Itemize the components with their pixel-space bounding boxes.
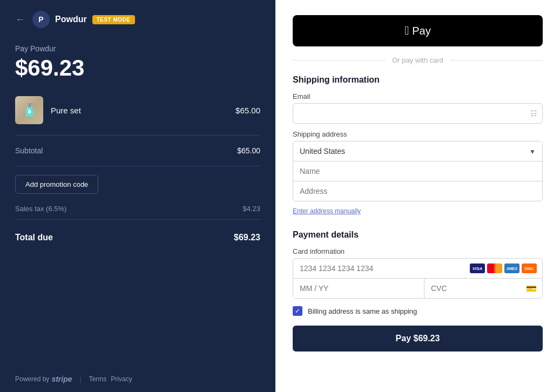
- total-row: Total due $69.23: [15, 224, 260, 247]
- back-arrow-icon[interactable]: ←: [15, 14, 25, 25]
- total-label: Total due: [15, 233, 53, 242]
- product-image: 🧴: [15, 96, 43, 124]
- add-promotion-code-button[interactable]: Add promotion code: [15, 175, 98, 194]
- price-display: $69.23: [15, 55, 260, 81]
- product-icon: 🧴: [22, 103, 37, 117]
- card-icons: VISA AMEX DISC: [470, 263, 537, 273]
- card-number-row: VISA AMEX DISC: [293, 259, 542, 279]
- billing-checkbox-row[interactable]: ✓ Billing address is same as shipping: [293, 306, 543, 316]
- left-footer: Powered by stripe | Terms Privacy: [0, 366, 275, 392]
- expiry-input[interactable]: [293, 279, 424, 298]
- apple-pay-button[interactable]:  Pay: [293, 15, 543, 46]
- cvc-wrapper: 💳: [424, 279, 542, 298]
- product-row: 🧴 Pure set $65.00: [15, 96, 260, 124]
- logo-circle: P: [32, 11, 50, 28]
- left-content: Pay Powdur $69.23 🧴 Pure set $65.00 Subt…: [0, 39, 275, 366]
- footer-divider: |: [80, 375, 82, 383]
- divider-3: [15, 219, 260, 220]
- country-select-wrapper: United States United Kingdom Canada ▼: [293, 141, 542, 161]
- left-header: ← P Powdur TEST MODE: [0, 0, 275, 39]
- email-label: Email: [293, 92, 543, 100]
- apple-pay-label: Pay: [412, 25, 430, 37]
- tax-label: Sales tax (6.5%): [15, 205, 66, 213]
- product-name: Pure set: [51, 106, 228, 115]
- or-divider: Or pay with card: [293, 56, 543, 64]
- product-image-inner: 🧴: [15, 96, 43, 124]
- country-select[interactable]: United States United Kingdom Canada: [293, 141, 542, 161]
- discover-icon: DISC: [522, 263, 537, 273]
- name-input[interactable]: [293, 161, 542, 181]
- brand-name: Powdur: [55, 15, 87, 24]
- subtotal-label: Subtotal: [15, 146, 43, 155]
- or-pay-with-card-text: Or pay with card: [392, 56, 443, 64]
- visa-icon: VISA: [470, 263, 485, 273]
- address-group: United States United Kingdom Canada ▼: [293, 141, 543, 201]
- test-mode-badge: TEST MODE: [92, 15, 135, 24]
- email-icon: ☷: [530, 109, 537, 118]
- tax-row: Sales tax (6.5%) $4.23: [15, 202, 260, 215]
- email-input[interactable]: [293, 103, 543, 124]
- divider-2: [15, 166, 260, 166]
- privacy-link[interactable]: Privacy: [111, 375, 132, 383]
- card-info-label: Card information: [293, 247, 543, 255]
- pay-button[interactable]: Pay $69.23: [293, 326, 543, 352]
- subtotal-value: $65.00: [237, 146, 260, 155]
- shipping-address-label: Shipping address: [293, 130, 543, 138]
- pay-label: Pay Powdur: [15, 44, 260, 53]
- cvc-input[interactable]: [424, 279, 542, 298]
- card-expiry-cvc-row: 💳: [293, 279, 542, 298]
- address-input[interactable]: [293, 181, 542, 201]
- stripe-logo: stripe: [51, 375, 72, 383]
- email-input-wrapper: ☷: [293, 103, 543, 124]
- billing-checkbox-icon: ✓: [293, 306, 302, 316]
- powered-by-label: Powered by: [15, 375, 49, 383]
- apple-logo-icon: : [404, 24, 409, 38]
- cvc-card-icon: 💳: [526, 283, 537, 294]
- tax-value: $4.23: [242, 205, 260, 213]
- mastercard-icon: [487, 263, 502, 273]
- payment-section-title: Payment details: [293, 230, 543, 240]
- powered-by: Powered by stripe: [15, 375, 72, 383]
- total-value: $69.23: [234, 233, 260, 242]
- left-panel: ← P Powdur TEST MODE Pay Powdur $69.23 🧴…: [0, 0, 275, 392]
- shipping-section-title: Shipping information: [293, 75, 543, 85]
- payment-section: Payment details Card information VISA AM…: [293, 230, 543, 352]
- terms-link[interactable]: Terms: [89, 375, 107, 383]
- subtotal-row: Subtotal $65.00: [15, 140, 260, 161]
- card-input-group: VISA AMEX DISC 💳: [293, 258, 543, 299]
- right-panel:  Pay Or pay with card Shipping informat…: [275, 0, 560, 392]
- enter-address-manually-link[interactable]: Enter address manually: [293, 207, 361, 215]
- billing-same-label: Billing address is same as shipping: [308, 307, 417, 315]
- divider-1: [15, 135, 260, 136]
- product-price: $65.00: [235, 106, 260, 115]
- amex-icon: AMEX: [504, 263, 519, 273]
- logo-letter: P: [38, 15, 43, 24]
